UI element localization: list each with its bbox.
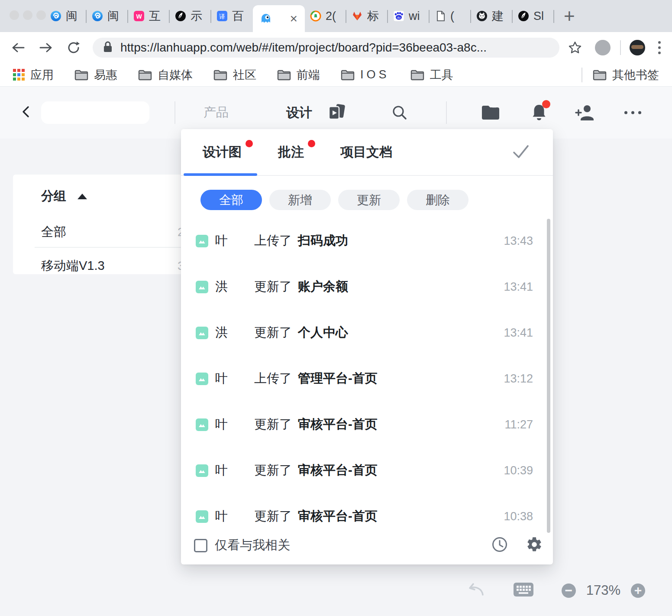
more-menu-icon[interactable] (624, 111, 641, 114)
filter-pill-1[interactable]: 新增 (269, 190, 331, 210)
collapse-caret-icon (78, 194, 87, 199)
notification-row-0[interactable]: 叶上传了扫码成功13:43 (181, 218, 553, 264)
bookmark-label: 易惠 (94, 67, 117, 83)
presentation-icon[interactable] (327, 104, 347, 122)
lock-icon[interactable] (102, 40, 113, 55)
tab-bellcolor-6[interactable]: 2( (305, 0, 346, 32)
group-header[interactable]: 分组 (41, 188, 87, 205)
zoom-in-button[interactable]: + (631, 584, 645, 598)
tab-close-icon[interactable]: × (290, 12, 297, 25)
panel-tab-0[interactable]: 设计图 (203, 143, 242, 161)
tab-wamp-2[interactable]: W互 (128, 0, 170, 32)
folder-icon[interactable] (481, 104, 501, 121)
notification-action: 更新了 (254, 278, 292, 295)
bookmark-label: IOS (360, 68, 390, 81)
bookmark-folder-1[interactable]: 易惠 (74, 67, 117, 83)
image-thumbnail-icon (196, 235, 208, 247)
swirl-favicon (50, 10, 61, 22)
mark-read-check-icon[interactable] (511, 144, 530, 161)
nav-design[interactable]: 设计 (286, 104, 312, 122)
bookmark-label: 工具 (430, 67, 453, 83)
back-button[interactable] (10, 39, 27, 56)
notifications-bell-icon[interactable] (531, 104, 547, 122)
notification-row-3[interactable]: 叶上传了管理平台-首页13:12 (181, 356, 553, 402)
image-thumbnail-icon (196, 418, 208, 431)
bookmark-folder-3[interactable]: 社区 (213, 67, 256, 83)
panel-tab-label: 设计图 (203, 145, 242, 159)
notification-target: 审核平台-首页 (298, 416, 378, 433)
sidebar-row-label: 移动端V1.3 (41, 257, 105, 275)
maximize-window-icon[interactable] (36, 10, 46, 20)
url-text[interactable]: https://lanhuapp.com/web/#/item/project/… (120, 41, 487, 55)
browser-toolbar: https://lanhuapp.com/web/#/item/project/… (0, 32, 672, 63)
tab-baidu-8[interactable]: duwi (388, 0, 430, 32)
tab-label: 示 (191, 8, 202, 24)
profile-avatar[interactable] (595, 40, 611, 55)
only-mine-checkbox[interactable] (194, 539, 207, 552)
bookmark-folder-2[interactable]: 自媒体 (138, 67, 193, 83)
keyboard-shortcuts-icon[interactable] (513, 582, 534, 599)
browser-menu-icon[interactable] (656, 39, 662, 56)
tab-lanhu-active[interactable]: × (253, 5, 305, 32)
bookmark-star-icon[interactable] (565, 38, 585, 57)
panel-tab-1[interactable]: 批注 (278, 143, 304, 161)
browser-window: 闽闽W互示译百×2(标duwi(建Sl+ https://lanhuapp.co… (0, 0, 672, 616)
tab-gitlab-7[interactable]: 标 (346, 0, 388, 32)
settings-gear-icon[interactable] (526, 536, 543, 555)
folder-icon (213, 69, 227, 81)
panel-scrollbar[interactable] (547, 219, 550, 533)
bookmark-label: 应用 (30, 67, 54, 83)
tab-feather-11[interactable]: Sl (513, 0, 554, 32)
svg-text:du: du (397, 16, 401, 19)
minimize-window-icon[interactable] (23, 10, 32, 20)
invite-member-icon[interactable] (575, 104, 595, 121)
wamp-favicon: W (133, 10, 145, 22)
reload-button[interactable] (65, 39, 82, 56)
zoom-out-button[interactable]: − (562, 584, 576, 598)
panel-tab-2[interactable]: 项目文档 (340, 143, 392, 161)
swirl-favicon (92, 10, 103, 22)
history-clock-icon[interactable] (491, 536, 508, 554)
notification-row-5[interactable]: 叶更新了审核平台-首页10:39 (181, 447, 553, 493)
tab-label: wi (409, 10, 420, 23)
bookmarks-divider (582, 68, 582, 82)
new-tab-button[interactable]: + (564, 0, 575, 32)
forward-button[interactable] (37, 39, 55, 56)
bookmark-folder-6[interactable]: 工具 (410, 67, 453, 83)
notification-time: 10:38 (504, 510, 533, 523)
tab-github-10[interactable]: 建 (471, 0, 513, 32)
tab-translate-4[interactable]: 译百 (211, 0, 253, 32)
folder-icon (277, 69, 291, 81)
tab-feather-3[interactable]: 示 (170, 0, 211, 32)
window-controls[interactable] (10, 10, 46, 20)
sidebar-group-row-0[interactable]: 全部23 (13, 220, 199, 244)
notification-action: 更新了 (254, 324, 292, 341)
tab-document-9[interactable]: ( (430, 0, 471, 32)
undo-icon[interactable] (466, 582, 485, 599)
bookmark-label: 前端 (297, 67, 320, 83)
image-thumbnail-icon (196, 464, 208, 477)
bookmark-label: 社区 (233, 67, 256, 83)
filter-pill-3[interactable]: 删除 (407, 190, 468, 210)
nav-product[interactable]: 产品 (204, 104, 229, 121)
notification-row-4[interactable]: 叶更新了审核平台-首页11:27 (181, 402, 553, 447)
bookmark-apps-0[interactable]: 应用 (13, 67, 54, 83)
sidebar-group-row-1[interactable]: 移动端V1.33 (13, 254, 199, 278)
notification-row-2[interactable]: 洪更新了个人中心13:41 (181, 310, 553, 356)
other-bookmarks-folder[interactable]: 其他书签 (593, 67, 659, 83)
notification-time: 13:41 (504, 326, 533, 340)
tab-label: 百 (232, 8, 244, 24)
bookmark-folder-5[interactable]: IOS (341, 68, 390, 81)
close-window-icon[interactable] (10, 10, 19, 20)
filter-pill-0[interactable]: 全部 (200, 190, 262, 210)
notification-row-1[interactable]: 洪更新了账户余额13:41 (181, 264, 553, 310)
tab-swirl-1[interactable]: 闽 (87, 0, 128, 32)
bookmark-label: 自媒体 (158, 67, 193, 83)
bookmark-folder-4[interactable]: 前端 (277, 67, 320, 83)
back-chevron-icon[interactable] (21, 105, 30, 120)
tab-swirl-0[interactable]: 闽 (45, 0, 87, 32)
extension-ninja-icon[interactable] (630, 40, 645, 55)
url-bar[interactable]: https://lanhuapp.com/web/#/item/project/… (93, 38, 559, 58)
filter-pill-2[interactable]: 更新 (338, 190, 400, 210)
search-icon[interactable] (391, 104, 408, 121)
